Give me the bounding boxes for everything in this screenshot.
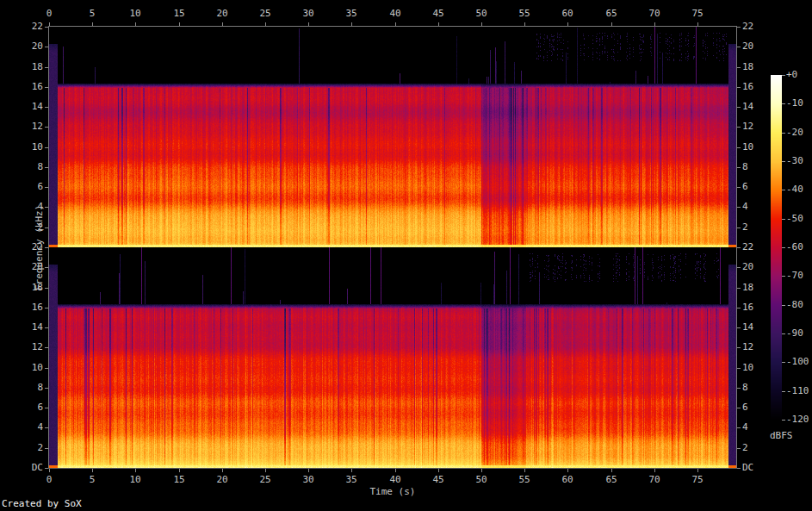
- freq-tick-label-right: 8: [742, 161, 770, 173]
- freq-tick-right: [737, 227, 741, 228]
- colorbar-tick: [782, 276, 785, 277]
- x-tick-label-bottom: 25: [250, 474, 281, 486]
- x-tick-label-top: 10: [120, 8, 151, 20]
- x-tick-bottom: [135, 469, 136, 472]
- x-tick-bottom: [351, 469, 352, 472]
- x-tick-label-bottom: 15: [164, 474, 195, 486]
- x-tick-bottom: [438, 469, 439, 472]
- colorbar-tick: [782, 420, 785, 421]
- colorbar-tick-label: -90: [786, 327, 812, 340]
- freq-tick-right: [737, 468, 741, 469]
- x-tick-label-top: 30: [293, 8, 324, 20]
- freq-tick-right: [737, 27, 741, 28]
- freq-tick-label-right: 22: [742, 21, 770, 33]
- colorbar-tick-label: -70: [786, 270, 812, 282]
- colorbar-tick-label: -120: [786, 414, 812, 426]
- x-tick-top: [92, 22, 93, 26]
- sox-credit-text: Created by SoX: [2, 498, 82, 509]
- colorbar-tick: [782, 133, 785, 134]
- freq-tick-right: [737, 127, 741, 128]
- colorbar-tick: [782, 190, 785, 190]
- colorbar-tick-label: -80: [786, 299, 812, 311]
- x-tick-bottom: [308, 469, 309, 472]
- freq-tick-label-right: 14: [742, 321, 770, 333]
- x-tick-label-bottom: 55: [509, 474, 540, 486]
- freq-tick-label-right: 12: [742, 121, 770, 133]
- freq-tick-label-right: 4: [742, 201, 770, 213]
- freq-tick-right: [737, 207, 741, 208]
- x-tick-bottom: [697, 469, 698, 472]
- freq-tick-label-right: 4: [742, 421, 770, 433]
- freq-tick-label-right: 20: [742, 261, 770, 273]
- sox-spectrogram-window: 0055101015152020252530303535404045455050…: [0, 0, 812, 511]
- x-tick-bottom: [481, 469, 482, 472]
- freq-tick-right: [737, 267, 741, 268]
- freq-tick-label-right: 6: [742, 181, 770, 193]
- freq-tick-label-right: 2: [742, 442, 770, 454]
- x-tick-top: [438, 22, 439, 26]
- freq-tick-right: [737, 448, 741, 449]
- x-tick-label-bottom: 20: [207, 474, 238, 486]
- x-tick-top: [611, 22, 612, 26]
- freq-tick-right: [737, 187, 741, 188]
- x-tick-label-bottom: 60: [552, 474, 583, 486]
- freq-tick-right: [737, 47, 741, 47]
- x-tick-top: [222, 22, 223, 26]
- x-tick-label-bottom: 50: [466, 474, 497, 486]
- colorbar-tick: [782, 305, 785, 306]
- x-tick-top: [135, 22, 136, 26]
- x-tick-label-bottom: 30: [293, 474, 324, 486]
- freq-tick-right: [737, 67, 741, 68]
- x-tick-label-top: 45: [423, 8, 454, 20]
- colorbar-gradient: [771, 75, 782, 420]
- x-tick-bottom: [611, 469, 612, 472]
- colorbar-tick: [782, 247, 785, 248]
- freq-tick-label-right: 14: [742, 101, 770, 113]
- freq-tick-right: [737, 308, 741, 308]
- freq-tick-label-right: 18: [742, 61, 770, 73]
- freq-tick-label-right: 18: [742, 282, 770, 294]
- bottom-axis-line: [48, 468, 737, 469]
- freq-tick-label-right: 22: [742, 241, 770, 253]
- freq-tick-right: [737, 347, 741, 348]
- colorbar-tick: [782, 103, 785, 104]
- colorbar-tick: [782, 219, 785, 220]
- x-tick-top: [395, 22, 396, 26]
- x-tick-bottom: [265, 469, 266, 472]
- x-tick-label-bottom: 70: [639, 474, 670, 486]
- x-tick-top: [265, 22, 266, 26]
- x-tick-top: [179, 22, 180, 26]
- y-axis-title: Frequency (kHz): [32, 26, 46, 469]
- x-tick-bottom: [654, 469, 655, 472]
- x-tick-label-top: 0: [34, 8, 65, 20]
- x-tick-top: [481, 22, 482, 26]
- freq-tick-right: [737, 408, 741, 408]
- colorbar-tick-label: -50: [786, 213, 812, 225]
- x-tick-label-bottom: 75: [682, 474, 713, 486]
- freq-tick-right: [737, 368, 741, 369]
- x-tick-label-top: 65: [596, 8, 627, 20]
- x-tick-bottom: [92, 469, 93, 472]
- x-axis-title: Time (s): [49, 486, 736, 497]
- x-tick-top: [524, 22, 525, 26]
- freq-tick-right: [737, 327, 741, 328]
- spectrogram-canvas-channel-2: [49, 247, 736, 468]
- x-tick-label-top: 5: [77, 8, 108, 20]
- x-tick-label-top: 20: [207, 8, 238, 20]
- colorbar-tick: [782, 75, 785, 76]
- colorbar-tick-label: -110: [786, 385, 812, 397]
- x-tick-label-bottom: 45: [423, 474, 454, 486]
- x-tick-label-bottom: 5: [77, 474, 108, 486]
- x-tick-bottom: [567, 469, 568, 472]
- freq-tick-label-right: 12: [742, 341, 770, 353]
- freq-tick-right: [737, 107, 741, 108]
- x-tick-label-top: 55: [509, 8, 540, 20]
- colorbar-tick: [782, 362, 785, 363]
- freq-tick-right: [737, 427, 741, 428]
- x-tick-label-top: 25: [250, 8, 281, 20]
- x-tick-label-top: 15: [164, 8, 195, 20]
- x-tick-label-top: 50: [466, 8, 497, 20]
- x-tick-top: [351, 22, 352, 26]
- freq-tick-right: [737, 167, 741, 168]
- colorbar-tick-label: -10: [786, 97, 812, 109]
